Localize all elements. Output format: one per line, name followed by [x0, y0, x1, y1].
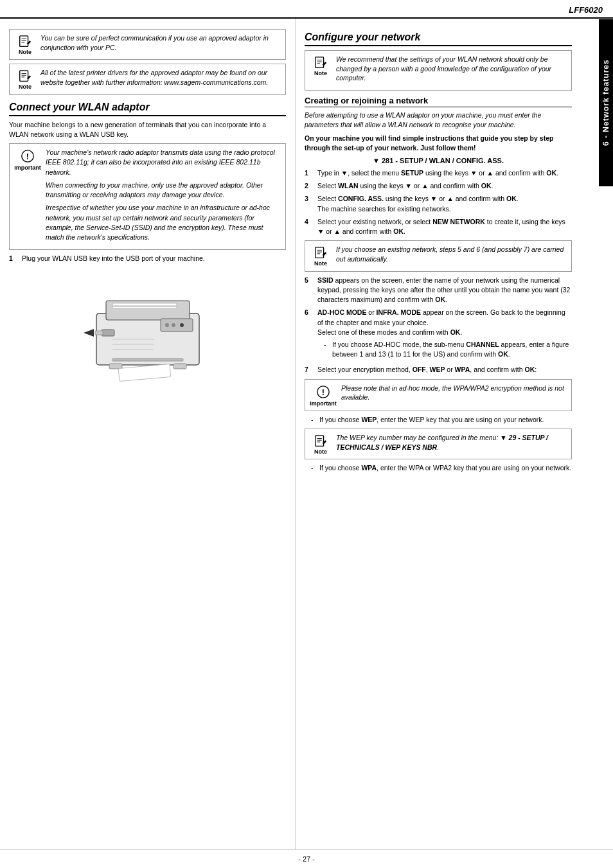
svg-rect-18 — [112, 359, 183, 361]
important-p2: When connecting to your machine, only us… — [46, 181, 280, 200]
right-step-7: 7 Select your encryption method, OFF, WE… — [305, 365, 572, 375]
svg-rect-4 — [20, 71, 28, 82]
note-text-right-2: If you choose an existing network, steps… — [336, 245, 566, 263]
note-icon-right-3: Note — [310, 433, 331, 455]
content-area: Note You can be sure of perfect communic… — [0, 19, 613, 849]
note-box-1: Note You can be sure of perfect communic… — [9, 29, 286, 60]
configure-note-label: Note — [314, 70, 327, 76]
important-text-2: Please note that in ad-hoc mode, the WPA… — [341, 384, 566, 402]
document-title: LFF6020 — [569, 5, 603, 15]
r-step-num-1: 1 — [305, 168, 314, 178]
right-step-3: 3 Select CONFIG. ASS. using the keys ▼ o… — [305, 194, 572, 213]
right-step-1: 1 Type in ▼, select the menu SETUP using… — [305, 168, 572, 178]
svg-marker-21 — [84, 329, 94, 337]
note-box-2: Note All of the latest printer drivers f… — [9, 64, 286, 94]
dash-wpa: - If you choose WPA, enter the WPA or WP… — [311, 463, 572, 473]
note-svg-icon — [18, 35, 32, 49]
r-step-num-7: 7 — [305, 365, 314, 375]
r-step-3-text: Select CONFIG. ASS. using the keys ▼ or … — [317, 194, 572, 213]
note-label-right-2: Note — [314, 260, 327, 267]
note-box-right-2: Note If you choose an existing network, … — [305, 240, 572, 271]
note-svg-right-2 — [314, 246, 328, 260]
command-line: ▼ 281 - SETUP / WLAN / CONFIG. ASS. — [305, 157, 572, 164]
svg-rect-19 — [102, 330, 114, 336]
right-step-5: 5 SSID appears on the screen, enter the … — [305, 276, 572, 305]
note-svg-icon-2 — [18, 69, 32, 84]
r-step-num-4: 4 — [305, 217, 314, 236]
note-text-2: All of the latest printer drivers for th… — [40, 68, 280, 87]
svg-point-15 — [165, 323, 169, 327]
printer-illustration — [77, 275, 218, 391]
important-box: ! Important Your machine's network radio… — [9, 143, 286, 250]
important-p1: Your machine's network radio adaptor tra… — [46, 148, 280, 177]
r-step-num-2: 2 — [305, 181, 314, 191]
important-icon-2: ! Important — [310, 384, 336, 407]
left-column: Note You can be sure of perfect communic… — [0, 19, 296, 849]
note-icon-right-2: Note — [310, 245, 331, 267]
svg-rect-23 — [173, 364, 186, 369]
note-icon-1: Note — [15, 33, 35, 55]
left-section-title: Connect your WLAN adaptor — [9, 102, 286, 116]
note-text-1: You can be sure of perfect communication… — [40, 33, 280, 52]
note-icon-2: Note — [15, 68, 35, 90]
right-steps-1: 1 Type in ▼, select the menu SETUP using… — [305, 168, 572, 236]
chapter-tab-label: 6 - Network features — [601, 60, 610, 146]
dash-wep: - If you choose WEP, enter the WEP key t… — [311, 415, 572, 425]
important-svg-icon-2: ! — [316, 385, 330, 399]
note-label-2: Note — [19, 84, 31, 90]
important-box-2: ! Important Please note that in ad-hoc m… — [305, 379, 572, 411]
svg-rect-0 — [20, 36, 28, 47]
configure-note-icon: Note — [310, 55, 331, 76]
configure-note-text: We recommend that the settings of your W… — [336, 55, 566, 83]
step-num-1: 1 — [9, 254, 18, 263]
svg-rect-32 — [315, 247, 324, 258]
svg-rect-24 — [118, 364, 170, 382]
svg-rect-12 — [112, 303, 177, 306]
note-label-1: Note — [19, 49, 31, 55]
right-step-4: 4 Select your existing network, or selec… — [305, 217, 572, 236]
left-steps: 1 Plug your WLAN USB key into the USB po… — [9, 254, 286, 263]
svg-rect-38 — [315, 436, 324, 447]
svg-rect-22 — [109, 364, 122, 369]
r-step-6-text: AD-HOC MODE or INFRA. MODE appear on the… — [317, 308, 572, 362]
creating-bold-text: On your machine you will find simple ins… — [305, 134, 572, 153]
creating-section-title: Creating or rejoining a network — [305, 96, 572, 107]
svg-point-16 — [172, 323, 175, 327]
svg-rect-13 — [112, 306, 177, 308]
dash-wep-text: If you choose WEP, enter the WEP key tha… — [319, 415, 544, 425]
note-svg-right-3 — [314, 434, 328, 448]
important-text: Your machine's network radio adaptor tra… — [46, 148, 280, 245]
step-1-text: Plug your WLAN USB key into the USB port… — [22, 254, 286, 263]
note-text-right-3: The WEP key number may be configured in … — [336, 433, 566, 452]
r-step-7-text: Select your encryption method, OFF, WEP … — [317, 365, 572, 375]
right-steps-2: 5 SSID appears on the screen, enter the … — [305, 276, 572, 375]
left-step-1: 1 Plug your WLAN USB key into the USB po… — [9, 254, 286, 263]
r-step-5-text: SSID appears on the screen, enter the na… — [317, 276, 572, 305]
note-box-right-3: Note The WEP key number may be configure… — [305, 429, 572, 459]
dash-list-wep: - If you choose WEP, enter the WEP key t… — [311, 415, 572, 425]
r-step-1-text: Type in ▼, select the menu SETUP using t… — [317, 168, 572, 178]
right-step-2: 2 Select WLAN using the keys ▼ or ▲ and … — [305, 181, 572, 191]
right-step-6: 6 AD-HOC MODE or INFRA. MODE appear on t… — [305, 308, 572, 362]
configure-section-title: Configure your network — [305, 31, 572, 46]
page-number: - 27 - — [0, 849, 613, 868]
left-intro-text: Your machine belongs to a new generation… — [9, 120, 286, 139]
important-svg-icon: ! — [21, 149, 35, 163]
page-header: LFF6020 — [0, 0, 613, 19]
step-6-dash-list: - If you choose AD-HOC mode, the sub-men… — [324, 340, 572, 359]
important-label: Important — [14, 164, 41, 171]
important-icon: ! Important — [15, 148, 40, 171]
svg-text:!: ! — [26, 152, 29, 161]
r-step-4-text: Select your existing network, or select … — [317, 217, 572, 236]
configure-note-box: Note We recommend that the settings of y… — [305, 50, 572, 91]
configure-note-svg — [314, 56, 328, 70]
dash-list-wpa: - If you choose WPA, enter the WPA or WP… — [311, 463, 572, 473]
r-step-2-text: Select WLAN using the keys ▼ or ▲ and co… — [317, 181, 572, 191]
dash-wpa-text: If you choose WPA, enter the WPA or WPA2… — [319, 463, 571, 473]
right-column: Configure your network Note We recommend… — [296, 19, 598, 849]
important-label-2: Important — [310, 400, 337, 407]
svg-rect-20 — [95, 331, 103, 335]
svg-point-17 — [180, 323, 184, 327]
creating-intro: Before attempting to use a WLAN adaptor … — [305, 111, 572, 130]
note-label-right-3: Note — [314, 448, 327, 455]
